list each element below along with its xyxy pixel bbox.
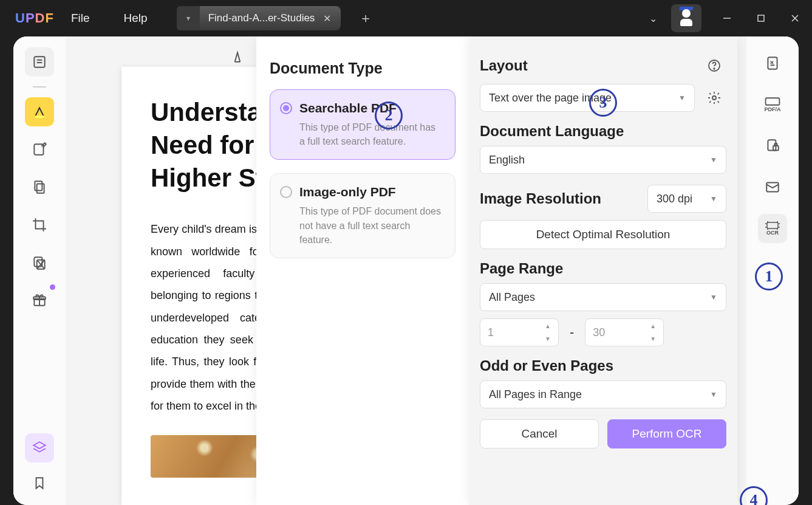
page-range-label: Page Range	[480, 260, 726, 277]
radio-unselected-icon	[280, 186, 292, 198]
pdfa-button[interactable]: PDF/A	[758, 90, 787, 119]
page-from-input[interactable]: ▲▼	[480, 318, 559, 346]
option-image-only-pdf[interactable]: Image-only PDF This type of PDF document…	[270, 173, 455, 258]
language-select[interactable]: English▼	[480, 146, 726, 174]
svg-rect-10	[37, 184, 44, 193]
workspace: Understanding the Need for International…	[13, 36, 799, 505]
spinner-up-icon[interactable]: ▲	[650, 323, 660, 329]
svg-rect-7	[35, 116, 44, 118]
radio-selected-icon	[280, 102, 292, 114]
titlebar: UPDF File Help ▾ Find-and-A...er-Studies…	[0, 0, 812, 36]
svg-rect-26	[767, 222, 778, 228]
avatar-icon	[678, 9, 694, 27]
account-button[interactable]	[671, 4, 701, 32]
parity-label: Odd or Even Pages	[480, 357, 726, 374]
tab-close-icon[interactable]: ✕	[322, 12, 332, 26]
annotation-1: 1	[755, 263, 783, 290]
cancel-button[interactable]: Cancel	[480, 419, 599, 448]
menu-help[interactable]: Help	[107, 12, 165, 25]
annotation-2: 2	[375, 101, 403, 129]
gift-button[interactable]	[25, 286, 54, 315]
window-dropdown-icon[interactable]: ⌄	[641, 13, 665, 24]
option-desc: This type of PDF document has a full tex…	[299, 120, 443, 148]
convert-button[interactable]	[758, 49, 787, 78]
document-type-panel: Document Type Searchable PDF This type o…	[256, 36, 469, 505]
spinner-down-icon[interactable]: ▼	[650, 335, 660, 342]
page-to-field[interactable]	[592, 326, 640, 340]
language-label: Document Language	[480, 123, 726, 140]
window-close-button[interactable]	[778, 0, 812, 36]
reader-mode-button[interactable]	[25, 47, 54, 77]
tab-list-dropdown[interactable]: ▾	[177, 6, 200, 30]
svg-rect-4	[34, 57, 44, 67]
crop-tool-button[interactable]	[25, 210, 54, 239]
help-icon[interactable]	[702, 53, 726, 78]
document-tab[interactable]: Find-and-A...er-Studies ✕	[200, 6, 341, 30]
app-logo: UPDF	[15, 10, 54, 26]
pages-tool-button[interactable]	[25, 173, 54, 202]
new-tab-button[interactable]: ＋	[357, 9, 375, 27]
bookmark-button[interactable]	[25, 469, 54, 498]
svg-rect-9	[35, 181, 42, 190]
marker-tool-icon[interactable]	[230, 49, 245, 67]
share-button[interactable]	[758, 173, 787, 202]
watermark-tool-button[interactable]	[25, 248, 54, 277]
range-dash: -	[570, 325, 574, 340]
spinner-down-icon[interactable]: ▼	[545, 335, 554, 342]
layout-select[interactable]: Text over the page image▼	[480, 84, 695, 112]
rail-separator	[33, 86, 46, 88]
document-area: Understanding the Need for International…	[66, 36, 746, 505]
option-desc: This type of PDF document does not have …	[299, 204, 443, 247]
layout-label: Layout	[480, 57, 528, 74]
parity-select[interactable]: All Pages in Range▼	[480, 380, 726, 408]
annotation-3: 3	[589, 89, 617, 117]
menu-file[interactable]: File	[54, 12, 107, 25]
page-from-field[interactable]	[486, 326, 535, 340]
left-toolbar	[13, 36, 66, 505]
edit-tool-button[interactable]	[25, 135, 54, 164]
detect-resolution-button[interactable]: Detect Optimal Resolution	[480, 220, 726, 249]
svg-point-19	[714, 68, 715, 69]
svg-point-20	[712, 96, 716, 100]
layers-button[interactable]	[25, 433, 54, 462]
ocr-button[interactable]: OCR	[758, 214, 787, 243]
page-range-select[interactable]: All Pages▼	[480, 283, 726, 311]
window-minimize-button[interactable]	[710, 0, 744, 36]
svg-rect-22	[766, 98, 780, 105]
resolution-label: Image Resolution	[480, 190, 601, 207]
notification-dot	[50, 284, 55, 290]
page-to-input[interactable]: ▲▼	[585, 318, 664, 346]
option-searchable-pdf[interactable]: Searchable PDF This type of PDF document…	[270, 89, 455, 160]
layout-settings-icon[interactable]	[702, 86, 726, 110]
resolution-select[interactable]: 300 dpi▼	[647, 185, 726, 213]
option-title: Image-only PDF	[299, 185, 443, 199]
svg-rect-1	[758, 15, 764, 21]
tab-label: Find-and-A...er-Studies	[208, 12, 315, 24]
spinner-up-icon[interactable]: ▲	[545, 323, 554, 329]
option-title: Searchable PDF	[299, 101, 443, 115]
perform-ocr-button[interactable]: Perform OCR	[607, 419, 726, 448]
window-maximize-button[interactable]	[744, 0, 778, 36]
document-type-title: Document Type	[270, 60, 455, 77]
protect-button[interactable]	[758, 131, 787, 160]
highlight-tool-button[interactable]	[25, 97, 54, 126]
